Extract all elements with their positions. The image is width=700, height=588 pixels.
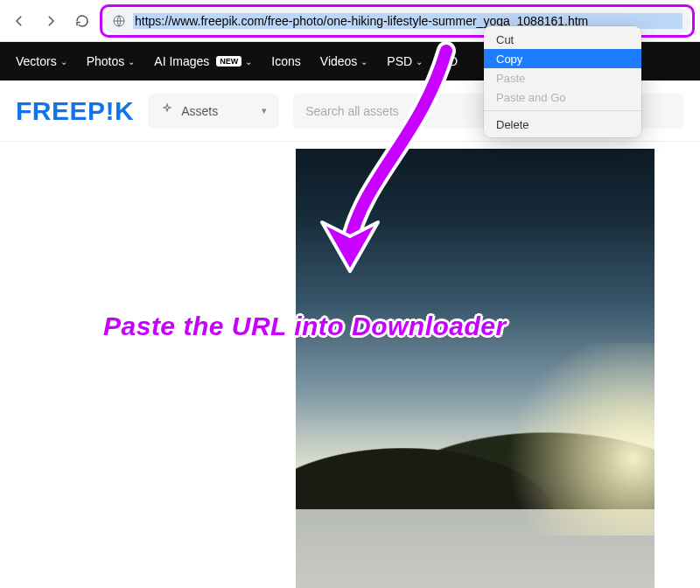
new-badge: NEW: [216, 56, 242, 66]
back-icon: [11, 13, 27, 29]
assets-label: Assets: [181, 104, 218, 118]
ctx-cut[interactable]: Cut: [484, 30, 641, 49]
reload-icon: [74, 13, 90, 29]
nav-item-photos[interactable]: Photos ⌄: [87, 54, 136, 68]
nav-label: Icons: [271, 54, 300, 68]
nav-item-videos[interactable]: Videos ⌄: [320, 54, 368, 68]
chevron-down-icon: ▾: [262, 105, 267, 116]
nav-item-vectors[interactable]: Vectors ⌄: [16, 54, 67, 68]
reload-button[interactable]: [70, 9, 94, 33]
globe-icon: [112, 14, 126, 28]
nav-label: Photos: [87, 54, 125, 68]
forward-button[interactable]: [38, 9, 63, 33]
chevron-down-icon: ⌄: [60, 57, 67, 66]
nav-label: 3D: [442, 54, 458, 68]
nav-item-psd[interactable]: PSD ⌄: [387, 54, 423, 68]
ctx-paste: Paste: [484, 68, 641, 88]
ctx-delete[interactable]: Delete: [484, 115, 641, 134]
nav-label: Videos: [320, 54, 358, 68]
context-menu: Cut Copy Paste Paste and Go Delete: [484, 26, 641, 137]
ctx-separator: [484, 110, 641, 111]
chevron-down-icon: ⌄: [245, 57, 252, 66]
chevron-down-icon: ⌄: [416, 57, 423, 66]
photo-preview[interactable]: [296, 149, 654, 588]
nav-label: AI Images: [154, 54, 209, 68]
nav-item-ai-images[interactable]: AI Images NEW ⌄: [154, 54, 252, 68]
sparkle-icon: [160, 102, 174, 119]
photo-detail-hills: [296, 422, 654, 518]
photo-detail-water: [296, 509, 654, 588]
assets-dropdown[interactable]: Assets ▾: [148, 94, 279, 129]
chevron-down-icon: ⌄: [128, 57, 135, 66]
ctx-paste-go: Paste and Go: [484, 88, 641, 107]
forward-icon: [43, 13, 59, 29]
chevron-down-icon: ⌄: [360, 57, 368, 66]
nav-item-icons[interactable]: Icons: [271, 54, 300, 68]
freepik-logo[interactable]: FREEP!K: [16, 96, 134, 126]
ctx-copy[interactable]: Copy: [484, 49, 641, 68]
nav-label: PSD: [387, 54, 412, 68]
nav-item-3d[interactable]: 3D: [442, 54, 458, 68]
nav-label: Vectors: [16, 54, 57, 68]
back-button[interactable]: [7, 9, 32, 33]
